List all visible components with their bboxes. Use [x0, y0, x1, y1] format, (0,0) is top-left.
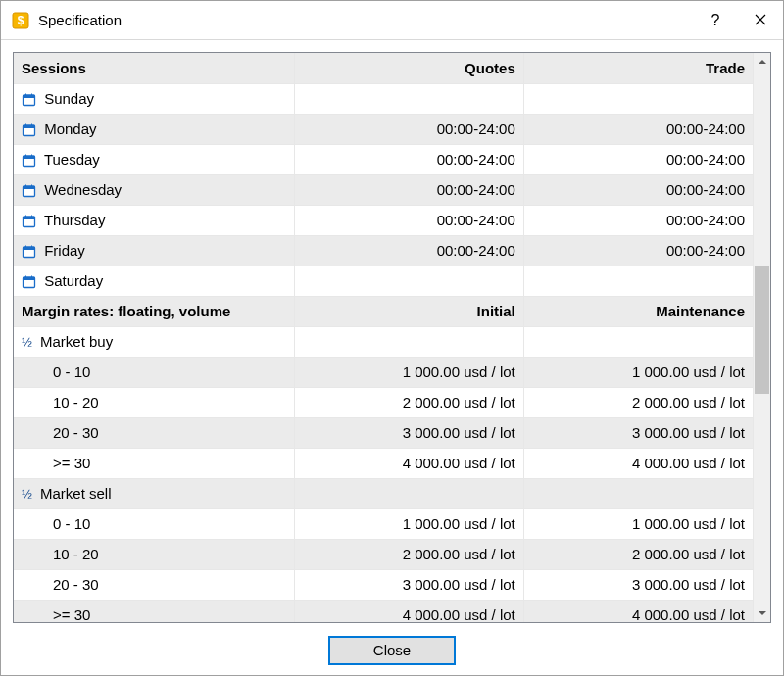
- table-row[interactable]: SessionsQuotesTrade: [14, 53, 753, 83]
- cell: 10 - 20: [14, 539, 295, 569]
- spec-table-scroll: SessionsQuotesTrade Sunday Monday00:00-2…: [14, 53, 753, 622]
- svg-text:$: $: [18, 14, 24, 27]
- cell: [523, 83, 753, 114]
- close-button[interactable]: Close: [328, 636, 456, 665]
- cell: Sunday: [14, 83, 295, 114]
- svg-rect-23: [24, 247, 35, 250]
- cell: 3 000.00 usd / lot: [523, 569, 753, 600]
- cell: 2 000.00 usd / lot: [295, 387, 524, 417]
- spec-table: SessionsQuotesTrade Sunday Monday00:00-2…: [14, 53, 753, 622]
- svg-rect-15: [24, 186, 35, 189]
- cell: Friday: [14, 235, 295, 266]
- cell: 00:00-24:00: [523, 174, 753, 205]
- cell: 4 000.00 usd / lot: [523, 448, 753, 478]
- cell: 00:00-24:00: [295, 144, 524, 174]
- svg-rect-27: [24, 277, 35, 280]
- cell: Monday: [14, 114, 295, 144]
- cell: [295, 266, 524, 296]
- cell: ½ Market sell: [14, 478, 295, 508]
- cell: 3 000.00 usd / lot: [295, 569, 524, 600]
- dialog-footer: Close: [1, 623, 783, 676]
- cell: Thursday: [14, 205, 295, 235]
- table-row[interactable]: >= 304 000.00 usd / lot4 000.00 usd / lo…: [14, 448, 753, 478]
- cell: [523, 326, 753, 357]
- table-row[interactable]: Thursday00:00-24:0000:00-24:00: [14, 205, 753, 235]
- app-icon: $: [11, 11, 30, 30]
- cell: [295, 326, 524, 357]
- table-row[interactable]: 0 - 101 000.00 usd / lot1 000.00 usd / l…: [14, 508, 753, 539]
- content-area: SessionsQuotesTrade Sunday Monday00:00-2…: [1, 40, 783, 623]
- cell: Tuesday: [14, 144, 295, 174]
- table-row[interactable]: Saturday: [14, 266, 753, 296]
- calendar-icon: [22, 122, 36, 137]
- table-row[interactable]: 0 - 101 000.00 usd / lot1 000.00 usd / l…: [14, 357, 753, 387]
- cell: 3 000.00 usd / lot: [523, 417, 753, 448]
- cell: 1 000.00 usd / lot: [523, 357, 753, 387]
- cell: 20 - 30: [14, 569, 295, 600]
- cell: ½ Market buy: [14, 326, 295, 357]
- table-row[interactable]: ½ Market buy: [14, 326, 753, 357]
- table-row[interactable]: Tuesday00:00-24:0000:00-24:00: [14, 144, 753, 174]
- cell: 4 000.00 usd / lot: [523, 600, 753, 622]
- table-row[interactable]: 20 - 303 000.00 usd / lot3 000.00 usd / …: [14, 569, 753, 600]
- fraction-icon: ½: [22, 335, 32, 350]
- svg-rect-7: [24, 125, 35, 128]
- table-row[interactable]: >= 304 000.00 usd / lot4 000.00 usd / lo…: [14, 600, 753, 622]
- table-row[interactable]: 20 - 303 000.00 usd / lot3 000.00 usd / …: [14, 417, 753, 448]
- column-header: Initial: [295, 296, 524, 326]
- table-row[interactable]: Friday00:00-24:0000:00-24:00: [14, 235, 753, 266]
- fraction-icon: ½: [22, 487, 32, 502]
- close-icon: [755, 13, 766, 28]
- table-row[interactable]: Margin rates: floating, volumeInitialMai…: [14, 296, 753, 326]
- cell: 00:00-24:00: [295, 114, 524, 144]
- column-header: Quotes: [295, 53, 524, 83]
- cell: 00:00-24:00: [523, 235, 753, 266]
- cell: Wednesday: [14, 174, 295, 205]
- svg-rect-11: [24, 156, 35, 159]
- help-button[interactable]: ?: [693, 1, 738, 40]
- cell: 0 - 10: [14, 508, 295, 539]
- cell: 1 000.00 usd / lot: [295, 508, 524, 539]
- cell: 1 000.00 usd / lot: [295, 357, 524, 387]
- column-header: Maintenance: [523, 296, 753, 326]
- column-header: Trade: [523, 53, 753, 83]
- cell: 4 000.00 usd / lot: [295, 448, 524, 478]
- scrollbar-down-arrow[interactable]: [754, 604, 770, 622]
- cell: 00:00-24:00: [295, 205, 524, 235]
- calendar-icon: [22, 274, 36, 289]
- table-row[interactable]: Monday00:00-24:0000:00-24:00: [14, 114, 753, 144]
- cell: [523, 478, 753, 508]
- cell: 3 000.00 usd / lot: [295, 417, 524, 448]
- cell: >= 30: [14, 600, 295, 622]
- titlebar: $ Specification ?: [1, 1, 783, 40]
- table-row[interactable]: ½ Market sell: [14, 478, 753, 508]
- calendar-icon: [22, 92, 36, 107]
- table-row[interactable]: 10 - 202 000.00 usd / lot2 000.00 usd / …: [14, 387, 753, 417]
- table-row[interactable]: Sunday: [14, 83, 753, 114]
- column-header: Margin rates: floating, volume: [14, 296, 295, 326]
- column-header: Sessions: [14, 53, 295, 83]
- cell: 2 000.00 usd / lot: [295, 539, 524, 569]
- help-icon: ?: [711, 12, 720, 29]
- vertical-scrollbar[interactable]: [753, 53, 770, 622]
- cell: 2 000.00 usd / lot: [523, 387, 753, 417]
- scrollbar-up-arrow[interactable]: [754, 53, 770, 71]
- cell: >= 30: [14, 448, 295, 478]
- window-title: Specification: [38, 12, 693, 28]
- cell: 0 - 10: [14, 357, 295, 387]
- cell: 20 - 30: [14, 417, 295, 448]
- calendar-icon: [22, 244, 36, 259]
- close-window-button[interactable]: [738, 1, 783, 40]
- table-row[interactable]: 10 - 202 000.00 usd / lot2 000.00 usd / …: [14, 539, 753, 569]
- scrollbar-thumb[interactable]: [755, 266, 769, 394]
- calendar-icon: [22, 214, 36, 228]
- calendar-icon: [22, 183, 36, 198]
- cell: 00:00-24:00: [295, 235, 524, 266]
- table-row[interactable]: Wednesday00:00-24:0000:00-24:00: [14, 174, 753, 205]
- cell: 10 - 20: [14, 387, 295, 417]
- cell: 00:00-24:00: [523, 114, 753, 144]
- cell: 2 000.00 usd / lot: [523, 539, 753, 569]
- cell: [295, 83, 524, 114]
- cell: 00:00-24:00: [523, 205, 753, 235]
- cell: 00:00-24:00: [295, 174, 524, 205]
